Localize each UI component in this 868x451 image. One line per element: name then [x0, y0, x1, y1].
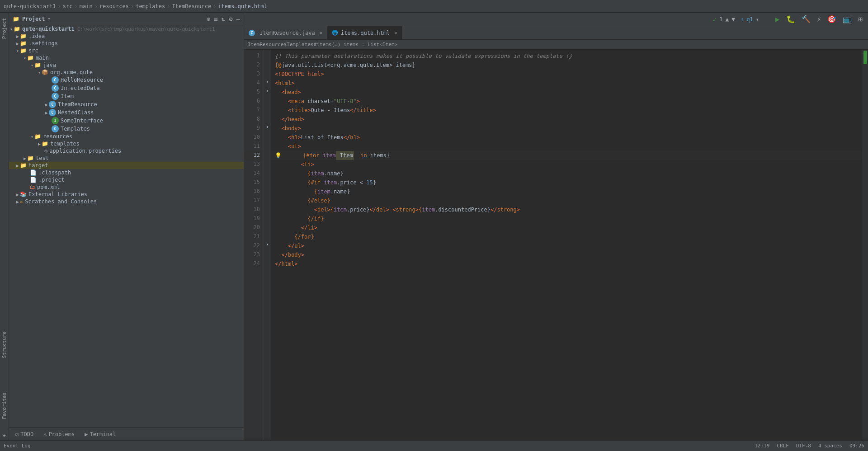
tree-helloresource[interactable]: C HelloResource	[9, 76, 244, 84]
problems-label[interactable]: Problems	[48, 431, 75, 437]
breadcrumb-templates[interactable]: templates	[136, 3, 165, 9]
tree-appprops[interactable]: ⚙ application.properties	[9, 147, 244, 155]
tree-templates-class[interactable]: C Templates	[9, 125, 244, 133]
tree-ext-libs[interactable]: ▶ 📚 External Libraries	[9, 191, 244, 198]
run-icon[interactable]: ▶	[774, 14, 782, 24]
fg3	[264, 68, 271, 77]
code-line-22: </ul>	[271, 241, 862, 250]
tab-itemshtml[interactable]: 🌐 items.qute.html ✕	[327, 26, 402, 39]
interface-icon: I	[52, 117, 59, 124]
terminal-label[interactable]: Terminal	[90, 431, 116, 437]
resources-folder-icon: 📁	[34, 133, 41, 140]
breadcrumb-root[interactable]: qute-quickstart1	[4, 3, 56, 9]
tree-src[interactable]: ▾ 📁 src	[9, 47, 244, 54]
q1-badge: q1	[746, 16, 753, 23]
tree-pomxml[interactable]: 🗂 pom.xml	[9, 183, 244, 191]
fg15	[264, 176, 271, 185]
settings-icon[interactable]: ⚙	[229, 15, 232, 23]
resources-label: resources	[43, 133, 72, 140]
problems-icon: ⚠	[43, 431, 47, 437]
dropdown-arrow[interactable]: ▾	[756, 16, 759, 23]
ln11: 11	[244, 142, 264, 151]
collapse-icon[interactable]: ≡	[214, 15, 217, 23]
fold5-icon[interactable]: ▾	[266, 88, 269, 93]
encoding[interactable]: UTF-8	[796, 443, 811, 449]
class-icon: C	[52, 76, 59, 84]
fold9-icon[interactable]: ▾	[266, 124, 269, 129]
dropdown-icon[interactable]: ▾	[48, 16, 51, 21]
problems-tab[interactable]: ⚠ Problems	[39, 429, 79, 439]
todo-label[interactable]: TODO	[20, 431, 33, 437]
terminal-tab[interactable]: ▶ Terminal	[80, 429, 120, 439]
tree-project-file[interactable]: 📄 .project	[9, 176, 244, 183]
minimize-icon[interactable]: —	[236, 15, 240, 23]
tree-item[interactable]: C Item	[9, 92, 244, 100]
tree-scratches[interactable]: ▶ ✏ Scratches and Consoles	[9, 198, 244, 205]
tree-injecteddata[interactable]: C InjectedData	[9, 84, 244, 92]
tab-itemresource-close[interactable]: ✕	[320, 30, 322, 35]
nestedclass-label: NestedClass	[58, 109, 94, 116]
line-ending[interactable]: CRLF	[777, 443, 789, 449]
ln8: 8	[244, 115, 264, 124]
cursor-position[interactable]: 12:19	[755, 443, 769, 449]
tree-root[interactable]: ▾ 📁 qute-quickstart1 C:\work\src\tmp\qua…	[9, 25, 244, 33]
tree-settings[interactable]: ▶ 📁 .settings	[9, 40, 244, 47]
tree-java[interactable]: ▾ 📁 java	[9, 61, 244, 69]
fg9[interactable]: ▾	[264, 122, 271, 131]
favorites-tab[interactable]: Favorites	[0, 389, 8, 423]
breadcrumb-itemresource[interactable]: ItemResource	[172, 3, 211, 9]
tree-main[interactable]: ▾ 📁 main	[9, 54, 244, 61]
resources-arrow: ▾	[31, 134, 33, 139]
terminal-btn-icon[interactable]: 📺	[841, 14, 854, 24]
extlibs-arrow: ▶	[16, 192, 19, 197]
tab-itemshtml-close[interactable]: ✕	[394, 30, 397, 35]
todo-tab[interactable]: ☑ TODO	[11, 429, 38, 439]
tree-package[interactable]: ▾ 📦 org.acme.qute	[9, 69, 244, 76]
settings-label: .settings	[28, 40, 58, 47]
locate-icon[interactable]: ⊕	[207, 15, 210, 23]
chevron-down-icon[interactable]: ▼	[731, 16, 735, 23]
tab-itemresource[interactable]: C ItemResource.java ✕	[244, 26, 327, 39]
tree-test[interactable]: ▶ 📁 test	[9, 155, 244, 162]
fg5[interactable]: ▾	[264, 86, 271, 95]
structure-tab[interactable]: Structure	[0, 328, 8, 362]
fg4[interactable]: ▾	[264, 77, 271, 86]
indent[interactable]: 4 spaces	[818, 443, 842, 449]
fold4-icon[interactable]: ▾	[266, 79, 269, 84]
breadcrumb-file[interactable]: items.qute.html	[218, 3, 267, 9]
tree-classpath[interactable]: 📄 .classpath	[9, 169, 244, 176]
build-icon[interactable]: 🔨	[800, 14, 812, 24]
tree-resources[interactable]: ▾ 📁 resources	[9, 133, 244, 140]
warning-icon: 💡	[275, 151, 282, 160]
tree-someinterface[interactable]: I SomeInterface	[9, 117, 244, 125]
ln6: 6	[244, 97, 264, 106]
debug-icon[interactable]: 🐛	[784, 14, 797, 24]
java-folder-icon: 📁	[34, 62, 41, 68]
sep4: ›	[131, 3, 134, 9]
ln20: 20	[244, 223, 264, 232]
fg7	[264, 104, 271, 113]
tree-target[interactable]: ▶ 📁 target	[9, 162, 244, 169]
coverage-icon[interactable]: 🎯	[826, 14, 838, 24]
breadcrumb-main[interactable]: main	[80, 3, 93, 9]
project-tab[interactable]: Project	[0, 14, 8, 42]
ln22: 22	[244, 241, 264, 250]
tree-nestedclass[interactable]: ▶ C NestedClass	[9, 108, 244, 117]
breadcrumb-resources[interactable]: resources	[99, 3, 129, 9]
event-log-link[interactable]: Event Log	[4, 443, 31, 449]
maximize-icon[interactable]: ⊞	[856, 14, 864, 24]
time: 09:26	[849, 443, 864, 449]
tree-templates-folder[interactable]: ▶ 📁 templates	[9, 140, 244, 147]
fg22[interactable]: ▾	[264, 240, 271, 249]
code-content[interactable]: {! This parameter declarations makes it …	[271, 50, 862, 440]
code-line-14: {item.name}	[271, 169, 862, 178]
fold22-icon[interactable]: ▾	[266, 242, 269, 247]
sep1: ›	[58, 3, 61, 9]
tree-itemresource[interactable]: ▶ C ItemResource	[9, 100, 244, 108]
sort-icon[interactable]: ⇅	[222, 15, 225, 23]
check-count: 1	[719, 16, 722, 23]
breadcrumb-src[interactable]: src	[63, 3, 73, 9]
chevron-up-icon[interactable]: ▲	[726, 16, 729, 23]
profile-icon[interactable]: ⚡	[815, 14, 823, 24]
tree-idea[interactable]: ▶ 📁 .idea	[9, 33, 244, 40]
